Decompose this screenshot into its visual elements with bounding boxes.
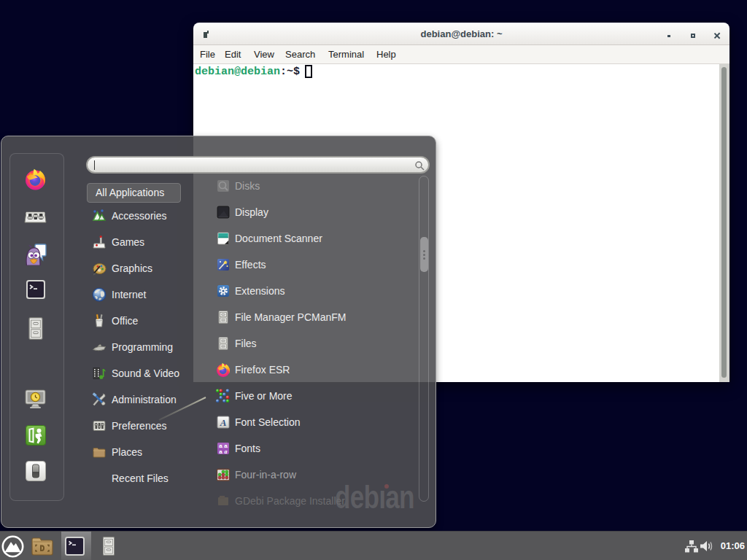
svg-text:a: a	[219, 448, 222, 455]
svg-text:a: a	[225, 448, 228, 455]
svg-text:A: A	[220, 417, 227, 428]
